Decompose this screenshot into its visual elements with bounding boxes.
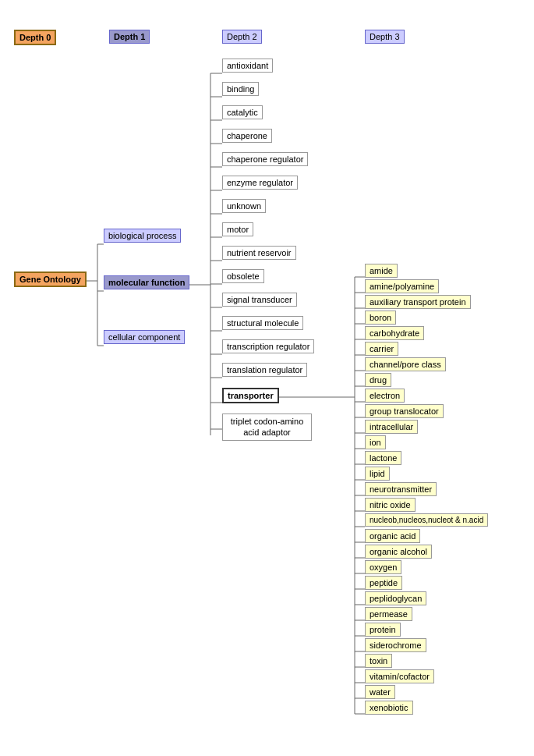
depth3-organic-alcohol[interactable]: organic alcohol [365,545,432,559]
depth1-label: Depth 1 [109,30,150,44]
depth3-electron[interactable]: electron [365,389,405,403]
depth2-chaperone[interactable]: chaperone [222,129,272,143]
depth3-boron[interactable]: boron [365,311,396,325]
depth3-carbohydrate[interactable]: carbohydrate [365,326,424,340]
diagram-container: Depth 0 Depth 1 Depth 2 Depth 3 Gene Ont… [0,0,534,756]
depth3-oxygen[interactable]: oxygen [365,560,401,574]
depth2-label: Depth 2 [222,30,262,44]
depth3-lactone[interactable]: lactone [365,451,401,465]
depth3-drug[interactable]: drug [365,373,391,387]
depth3-carrier[interactable]: carrier [365,342,398,356]
depth0-label: Depth 0 [14,30,56,45]
depth2-antioxidant[interactable]: antioxidant [222,59,273,73]
depth3-siderochrome[interactable]: siderochrome [365,638,426,652]
depth2-nutrient-reservoir[interactable]: nutrient reservoir [222,246,296,260]
depth3-label: Depth 3 [365,30,405,44]
depth2-unknown[interactable]: unknown [222,199,266,213]
depth3-xenobiotic[interactable]: xenobiotic [365,701,413,715]
depth3-neurotransmitter[interactable]: neurotransmitter [365,482,437,496]
depth3-permease[interactable]: permease [365,607,412,621]
depth3-lipid[interactable]: lipid [365,467,390,481]
depth3-amine-polyamine[interactable]: amine/polyamine [365,279,439,293]
depth2-chaperone-regulator[interactable]: chaperone regulator [222,152,308,166]
depth1-cellular-component[interactable]: cellular component [104,330,185,344]
root-node[interactable]: Gene Ontology [14,272,87,287]
depth3-auxiliary-transport-protein[interactable]: auxiliary transport protein [365,295,471,309]
connector-lines [0,0,534,756]
depth3-amide[interactable]: amide [365,264,398,278]
depth2-transcription-regulator[interactable]: transcription regulator [222,339,314,353]
depth2-transporter[interactable]: transporter [222,388,279,403]
depth3-channel-pore-class[interactable]: channel/pore class [365,357,446,371]
depth3-peplidoglycan[interactable]: peplidoglycan [365,591,426,605]
depth1-biological-process[interactable]: biological process [104,229,181,243]
depth2-triplet-codon[interactable]: triplet codon-amino acid adaptor [222,413,312,441]
depth2-structural-molecule[interactable]: structural molecule [222,316,303,330]
depth3-protein[interactable]: protein [365,623,401,637]
depth3-vitamin-cofactor[interactable]: vitamin/cofactor [365,669,434,683]
depth3-group-translocator[interactable]: group translocator [365,404,444,418]
depth2-translation-regulator[interactable]: translation regulator [222,363,307,377]
depth3-nitric-oxide[interactable]: nitric oxide [365,498,416,512]
depth3-water[interactable]: water [365,685,395,699]
depth2-binding[interactable]: binding [222,82,259,96]
depth3-nucleob[interactable]: nucleob,nucleos,nucleot & n.acid [365,513,488,527]
depth3-peptide[interactable]: peptide [365,576,402,590]
depth3-ion[interactable]: ion [365,435,386,449]
depth3-intracellular[interactable]: intracellular [365,420,418,434]
depth3-toxin[interactable]: toxin [365,654,392,668]
depth3-organic-acid[interactable]: organic acid [365,529,420,543]
depth2-enzyme-regulator[interactable]: enzyme regulator [222,176,298,190]
depth2-motor[interactable]: motor [222,222,253,236]
depth2-catalytic[interactable]: catalytic [222,105,263,119]
depth1-molecular-function[interactable]: molecular function [104,275,189,289]
depth2-signal-transducer[interactable]: signal transducer [222,293,297,307]
depth2-obsolete[interactable]: obsolete [222,269,264,283]
